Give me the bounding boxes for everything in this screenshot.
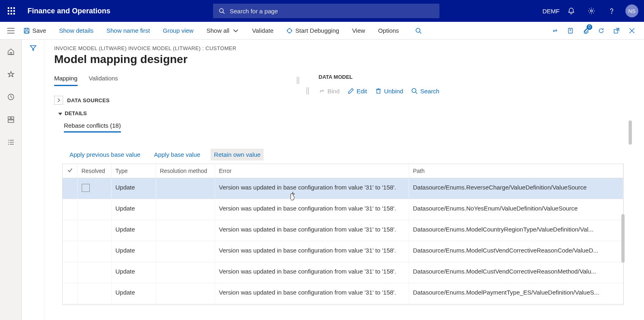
show-all-button[interactable]: Show all: [203, 25, 243, 36]
global-search[interactable]: [213, 4, 439, 18]
table-scrollbar[interactable]: [621, 214, 625, 263]
row-resolved-cell[interactable]: [77, 283, 111, 304]
row-select-cell[interactable]: [63, 199, 77, 220]
svg-point-40: [412, 88, 416, 93]
action-bar: Save Show details Show name first Group …: [0, 22, 644, 40]
tab-mapping[interactable]: Mapping: [54, 73, 78, 86]
page-icon[interactable]: [563, 23, 578, 38]
row-select-cell[interactable]: [63, 241, 77, 262]
row-select-cell[interactable]: [63, 220, 77, 241]
link-icon[interactable]: [548, 23, 562, 38]
star-icon[interactable]: [3, 66, 19, 82]
col-type[interactable]: Type: [111, 164, 156, 178]
app-title: Finance and Operations: [27, 7, 110, 15]
help-icon[interactable]: [603, 2, 621, 20]
splitter-handle[interactable]: [297, 77, 299, 84]
row-resolved-cell[interactable]: [77, 241, 111, 262]
scrollbar[interactable]: [629, 120, 632, 145]
options-button[interactable]: Options: [375, 25, 402, 36]
expand-icon[interactable]: [54, 96, 63, 105]
start-debugging-button[interactable]: Start Debugging: [283, 25, 342, 36]
data-sources-section: DATA SOURCES: [54, 96, 293, 105]
view-button[interactable]: View: [349, 25, 368, 36]
row-method-cell: [156, 220, 215, 241]
col-error[interactable]: Error: [215, 164, 409, 178]
table-row[interactable]: UpdateVersion was updated in base config…: [63, 283, 623, 304]
row-select-cell[interactable]: [63, 178, 77, 199]
svg-rect-28: [11, 117, 14, 119]
row-method-cell: [156, 178, 215, 199]
data-model-toolbar: Bind Edit Unbind Search: [297, 87, 644, 95]
waffle-icon[interactable]: [3, 3, 19, 19]
svg-rect-24: [10, 53, 12, 55]
breadcrumb: INVOICE MODEL (LITWARE) INVOICE MODEL (L…: [54, 45, 644, 51]
row-path-cell: Datasource/Enums.ReverseCharge/ValueDefi…: [409, 178, 623, 199]
workspace-icon[interactable]: [3, 112, 19, 128]
unbind-button[interactable]: Unbind: [375, 88, 403, 95]
svg-rect-29: [8, 120, 14, 122]
show-name-first-button[interactable]: Show name first: [103, 25, 153, 36]
row-method-cell: [156, 241, 215, 262]
table-row[interactable]: UpdateVersion was updated in base config…: [63, 262, 623, 283]
gear-icon[interactable]: [583, 2, 600, 20]
details-header[interactable]: DETAILS: [54, 110, 293, 116]
user-avatar[interactable]: NS: [625, 4, 638, 17]
save-button[interactable]: Save: [20, 25, 49, 36]
col-method[interactable]: Resolution method: [156, 164, 215, 178]
row-error-cell: Version was updated in base configuratio…: [215, 262, 409, 283]
rebase-conflicts-tab[interactable]: Rebase conflicts (18): [54, 122, 293, 133]
company-selector[interactable]: DEMF: [542, 2, 560, 20]
popout-icon[interactable]: [609, 23, 624, 38]
row-resolved-cell[interactable]: [77, 262, 111, 283]
recent-icon[interactable]: [3, 89, 19, 105]
bind-button: Bind: [319, 88, 340, 95]
toolbar-splitter-handle[interactable]: [306, 87, 309, 95]
validate-button[interactable]: Validate: [249, 25, 277, 36]
row-error-cell: Version was updated in base configuratio…: [215, 283, 409, 304]
col-resolved[interactable]: Resolved: [77, 164, 111, 178]
row-method-cell: [156, 199, 215, 220]
left-rail: [0, 40, 22, 320]
apply-previous-base-button[interactable]: Apply previous base value: [66, 149, 144, 160]
svg-point-3: [611, 13, 612, 13]
table-row[interactable]: UpdateVersion was updated in base config…: [63, 220, 623, 241]
home-icon[interactable]: [3, 44, 19, 60]
svg-point-2: [590, 10, 592, 12]
filter-icon[interactable]: [30, 44, 37, 320]
row-resolved-cell[interactable]: [77, 178, 111, 199]
attach-icon[interactable]: 0: [579, 23, 593, 38]
table-row[interactable]: UpdateVersion was updated in base config…: [63, 199, 623, 220]
dm-search-label: Search: [420, 88, 439, 95]
group-view-button[interactable]: Group view: [160, 25, 197, 36]
show-details-button[interactable]: Show details: [56, 25, 97, 36]
apply-base-button[interactable]: Apply base value: [151, 149, 203, 160]
bell-icon[interactable]: [562, 2, 580, 20]
tab-validations[interactable]: Validations: [89, 73, 118, 86]
row-select-cell[interactable]: [63, 262, 77, 283]
col-path[interactable]: Path: [409, 164, 623, 178]
modules-icon[interactable]: [3, 134, 19, 150]
row-resolved-cell[interactable]: [77, 220, 111, 241]
dm-search-button[interactable]: Search: [411, 88, 439, 95]
select-all-header[interactable]: [63, 164, 77, 178]
checkbox[interactable]: [82, 184, 90, 192]
hamburger-icon[interactable]: [5, 28, 17, 34]
row-type-cell: Update: [111, 241, 156, 262]
row-resolved-cell[interactable]: [77, 199, 111, 220]
start-debugging-label: Start Debugging: [295, 27, 339, 34]
search-input[interactable]: [230, 8, 434, 15]
row-path-cell: Datasource/Enums.ModelCustVendCorrective…: [409, 241, 623, 262]
svg-marker-36: [30, 46, 36, 51]
refresh-icon[interactable]: [594, 23, 608, 38]
row-select-cell[interactable]: [63, 283, 77, 304]
search-action-icon[interactable]: [411, 23, 426, 38]
close-icon[interactable]: [625, 23, 639, 38]
row-method-cell: [156, 283, 215, 304]
table-row[interactable]: UpdateVersion was updated in base config…: [63, 241, 623, 262]
row-error-cell: Version was updated in base configuratio…: [215, 241, 409, 262]
svg-line-41: [416, 92, 417, 94]
row-error-cell: Version was updated in base configuratio…: [215, 220, 409, 241]
table-row[interactable]: UpdateVersion was updated in base config…: [63, 178, 623, 199]
edit-button[interactable]: Edit: [348, 88, 367, 95]
retain-own-button[interactable]: Retain own value: [211, 149, 264, 160]
